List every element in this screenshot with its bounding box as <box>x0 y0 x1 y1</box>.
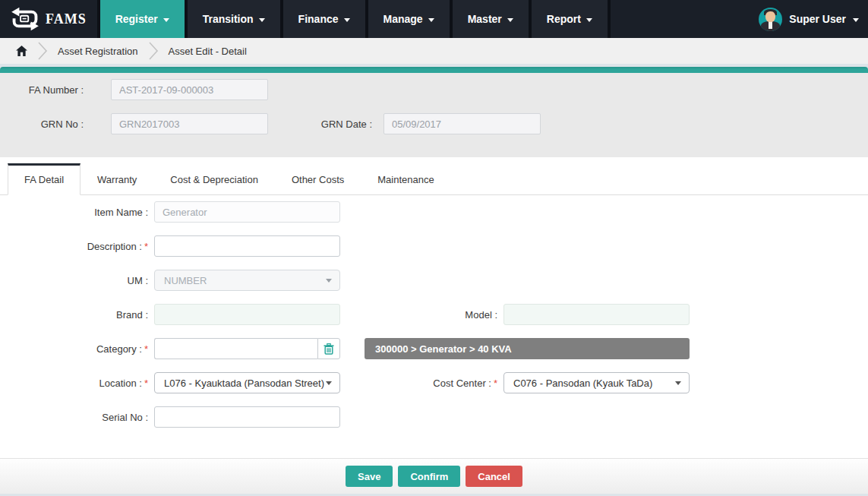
location-label-text: Location : <box>99 378 142 389</box>
grn-date-field <box>383 113 541 134</box>
detail-tabs: FA Detail Warranty Cost & Depreciation O… <box>0 157 868 195</box>
tab-warranty[interactable]: Warranty <box>80 163 153 195</box>
cost-center-label-text: Cost Center : <box>433 378 491 389</box>
description-row: Description :* <box>0 235 868 257</box>
menu-master-label: Master <box>468 13 502 25</box>
category-clear-button[interactable] <box>317 338 340 359</box>
caret-down-icon <box>853 18 859 22</box>
menu-finance-label: Finance <box>298 13 339 25</box>
category-path-badge: 300000 > Generator > 40 KVA <box>365 338 690 359</box>
logo-loop-arrows-icon <box>9 6 41 32</box>
um-label: UM : <box>0 275 148 286</box>
location-select-value: L076 - Kyauktada (Pansodan Street) <box>164 378 324 389</box>
item-name-field <box>154 201 340 223</box>
description-field[interactable] <box>154 235 340 257</box>
caret-down-icon <box>344 18 350 22</box>
item-name-label: Item Name : <box>0 207 148 218</box>
menu-manage[interactable]: Manage <box>365 0 450 38</box>
model-field[interactable] <box>503 304 690 325</box>
fa-detail-form: Item Name : Description :* UM : NUMBER B… <box>0 195 868 428</box>
breadcrumb: Asset Registration Asset Edit - Detail <box>0 38 868 64</box>
um-row: UM : NUMBER <box>0 270 868 291</box>
category-field[interactable] <box>154 338 317 359</box>
save-button[interactable]: Save <box>346 466 393 487</box>
app-title: FAMS <box>46 11 87 27</box>
description-label-text: Description : <box>87 241 142 252</box>
fa-number-field <box>111 79 268 100</box>
location-costcenter-row: Location :* L076 - Kyauktada (Pansodan S… <box>0 372 868 393</box>
caret-down-icon <box>326 279 332 283</box>
menu-report[interactable]: Report <box>529 0 611 38</box>
category-row: Category :* 300000 > Generator > 40 KVA <box>0 338 868 359</box>
serial-no-field[interactable] <box>154 406 340 428</box>
brand-model-row: Brand : Model : <box>0 304 868 325</box>
location-label: Location :* <box>0 378 148 389</box>
caret-down-icon <box>326 381 332 385</box>
caret-down-icon <box>586 18 592 22</box>
grn-date-label: GRN Date : <box>268 118 372 130</box>
breadcrumb-chevron-icon <box>148 41 159 61</box>
um-select: NUMBER <box>154 270 340 291</box>
brand-field[interactable] <box>154 304 340 325</box>
category-label: Category :* <box>0 343 148 355</box>
menu-report-label: Report <box>547 13 581 25</box>
menu-transition[interactable]: Transition <box>185 0 280 38</box>
breadcrumb-asset-registration[interactable]: Asset Registration <box>58 46 138 57</box>
serial-no-row: Serial No : <box>0 406 868 428</box>
cost-center-label: Cost Center :* <box>340 378 497 389</box>
brand-label: Brand : <box>0 309 148 321</box>
grn-no-field <box>111 113 268 134</box>
asset-header-panel: FA Number : GRN No : GRN Date : <box>0 73 868 157</box>
required-mark: * <box>144 241 148 252</box>
breadcrumb-chevron-icon <box>37 41 48 61</box>
menu-finance[interactable]: Finance <box>280 0 365 38</box>
menu-register[interactable]: Register <box>97 0 185 38</box>
required-mark: * <box>144 343 148 355</box>
cost-center-select[interactable]: C076 - Pansodan (Kyauk TaDa) <box>503 372 690 393</box>
cancel-button[interactable]: Cancel <box>466 466 522 487</box>
menu-transition-label: Transition <box>203 13 254 25</box>
caret-down-icon <box>507 18 513 22</box>
um-select-value: NUMBER <box>164 275 207 286</box>
caret-down-icon <box>428 18 434 22</box>
model-label: Model : <box>340 309 497 321</box>
description-label: Description :* <box>0 241 148 252</box>
caret-down-icon <box>259 18 265 22</box>
trash-icon <box>324 343 334 355</box>
breadcrumb-asset-edit-detail: Asset Edit - Detail <box>169 46 247 57</box>
main-content: FA Detail Warranty Cost & Depreciation O… <box>0 157 868 458</box>
tab-maintenance[interactable]: Maintenance <box>361 163 450 195</box>
tab-fa-detail[interactable]: FA Detail <box>8 163 80 195</box>
category-label-text: Category : <box>96 343 142 355</box>
action-footer: Save Confirm Cancel <box>0 458 868 494</box>
caret-down-icon <box>163 18 169 22</box>
tab-cost-depreciation[interactable]: Cost & Depreciation <box>153 163 275 195</box>
location-select[interactable]: L076 - Kyauktada (Pansodan Street) <box>154 372 340 393</box>
item-name-row: Item Name : <box>0 201 868 223</box>
menu-register-label: Register <box>115 13 158 25</box>
user-name: Super User <box>789 13 846 25</box>
category-input-group <box>154 338 340 359</box>
main-menu: Register Transition Finance Manage Maste… <box>97 0 611 38</box>
cost-center-select-value: C076 - Pansodan (Kyauk TaDa) <box>513 378 652 389</box>
top-navigation-bar: FAMS Register Transition Finance Manage … <box>0 0 868 38</box>
menu-manage-label: Manage <box>383 13 423 25</box>
serial-no-label: Serial No : <box>0 412 148 423</box>
fa-number-label: FA Number : <box>0 84 84 96</box>
required-mark: * <box>144 378 148 389</box>
confirm-button[interactable]: Confirm <box>398 466 460 487</box>
user-menu[interactable]: Super User <box>759 0 868 38</box>
menu-master[interactable]: Master <box>450 0 529 38</box>
home-icon[interactable] <box>16 46 27 56</box>
caret-down-icon <box>675 381 681 385</box>
panel-accent-bar <box>0 67 868 73</box>
user-avatar <box>759 8 782 31</box>
required-mark: * <box>494 378 497 389</box>
grn-no-label: GRN No : <box>0 118 84 130</box>
tab-other-costs[interactable]: Other Costs <box>275 163 361 195</box>
app-logo[interactable]: FAMS <box>0 0 97 38</box>
